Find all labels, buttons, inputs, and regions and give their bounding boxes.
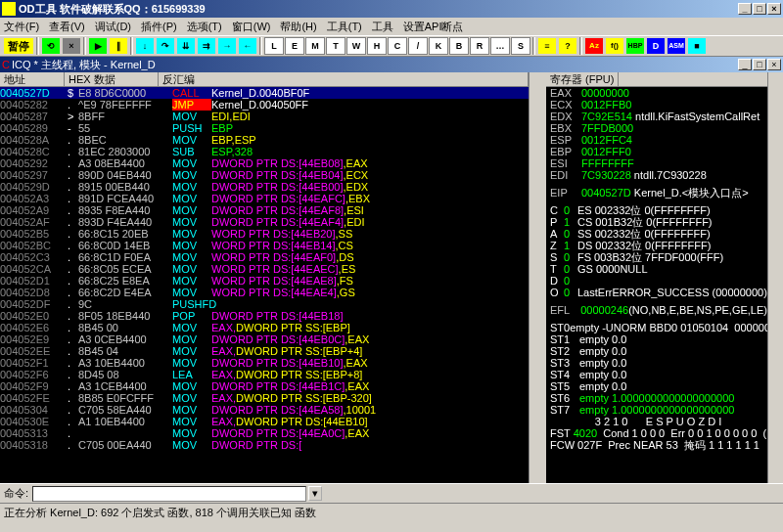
menu-help[interactable]: 帮助(H) (280, 20, 316, 34)
dots-button[interactable]: … (490, 37, 510, 55)
code-row[interactable]: 00405313 . MOVDWORD PTR DS:[44EA0C],EAX (0, 427, 529, 439)
maximize-button[interactable]: □ (753, 3, 766, 15)
d-button[interactable]: D (646, 37, 666, 55)
fpu-row[interactable]: ST2empty 0.0 (546, 345, 767, 357)
step-over-icon[interactable]: ↷ (156, 37, 175, 55)
menu-window[interactable]: 窗口(W) (232, 20, 271, 34)
code-row[interactable]: 004052BC . 66:8C0D 14EBMOVWORD PTR DS:[4… (0, 240, 529, 251)
restart-icon[interactable]: ⟲ (41, 37, 61, 55)
code-row[interactable]: 004052C3 . 66:8C1D F0EAMOVWORD PTR DS:[4… (0, 251, 529, 263)
menu-tools[interactable]: 工具(T) (327, 20, 362, 34)
mdi-close-button[interactable]: × (767, 59, 781, 70)
code-row[interactable]: 0040527D $ E8 8D6C0000CALLKernel_D.0040B… (0, 87, 529, 99)
code-row[interactable]: 004052E9 . A3 0CEB4400MOVDWORD PTR DS:[4… (0, 333, 529, 345)
menu-options[interactable]: 选项(T) (187, 20, 222, 34)
code-listing[interactable]: 0040527D $ E8 8D6C0000CALLKernel_D.0040B… (0, 87, 529, 451)
flag-row[interactable]: P1 CS 001B 32位 0(FFFFFFFF) (546, 216, 767, 228)
flag-row[interactable]: O0 LastErr ERROR_SUCCESS (00000000) (546, 287, 767, 298)
code-row[interactable]: 004052E0 . 8F05 18EB440POPDWORD PTR DS:[… (0, 310, 529, 322)
code-row[interactable]: 004052A9 . 8935 F8EA440MOVDWORD PTR DS:[… (0, 204, 529, 216)
code-row[interactable]: 004052EE . 8B45 04MOVEAX,DWORD PTR SS:[E… (0, 345, 529, 357)
s-button[interactable]: S (511, 37, 530, 55)
code-row[interactable]: 0040530E . A1 10EB4400MOVEAX,DWORD PTR D… (0, 416, 529, 427)
register-row[interactable]: ECX0012FFB0 (546, 99, 767, 111)
t-button[interactable]: T (326, 37, 345, 55)
code-row[interactable]: 0040529D . 8915 00EB440MOVDWORD PTR DS:[… (0, 181, 529, 193)
fx-button[interactable]: f() (605, 37, 624, 55)
scrollbar-v2[interactable] (767, 72, 783, 483)
pause-button[interactable]: 暂停 (3, 37, 34, 55)
code-row[interactable]: 00405297 . 890D 04EB440MOVDWORD PTR DS:[… (0, 169, 529, 181)
extra-button[interactable]: ■ (687, 37, 707, 55)
fpu-row[interactable]: ST7empty 1.0000000000000000000 (546, 404, 767, 416)
m-button[interactable]: M (305, 37, 325, 55)
code-row[interactable]: 004052E6 . 8B45 00MOVEAX,DWORD PTR SS:[E… (0, 322, 529, 333)
w-button[interactable]: W (346, 37, 366, 55)
flag-row[interactable]: D0 (546, 275, 767, 287)
register-row[interactable]: EAX00000000 (546, 87, 767, 99)
efl-row[interactable]: EFL00000246 (NO,NB,E,BE,NS,PE,GE,LE) (546, 304, 767, 316)
mdi-max-button[interactable]: □ (753, 59, 766, 70)
b-button[interactable]: B (449, 37, 469, 55)
code-row[interactable]: 004052A3 . 891D FCEA440MOVDWORD PTR DS:[… (0, 193, 529, 204)
r-button[interactable]: R (470, 37, 489, 55)
fpu-row[interactable]: ST5empty 0.0 (546, 380, 767, 392)
mdi-min-button[interactable]: _ (738, 59, 752, 70)
code-row[interactable]: 004052D1 . 66:8C25 E8EAMOVWORD PTR DS:[4… (0, 275, 529, 287)
h-button[interactable]: H (367, 37, 387, 55)
register-listing[interactable]: EAX00000000ECX0012FFB0EDX7C92E514 ntdll.… (546, 87, 767, 451)
asm-button[interactable]: ASM (667, 37, 686, 55)
code-row[interactable]: 0040528A . 8BECMOVEBP,ESP (0, 134, 529, 146)
menu-plugins[interactable]: 插件(P) (141, 20, 177, 34)
disasm-pane[interactable]: 地址 HEX 数据 反汇编 0040527D $ E8 8D6C0000CALL… (0, 72, 529, 483)
fpu-row[interactable]: ST6empty 1.0000000000000000000 (546, 392, 767, 404)
close-icon[interactable]: × (62, 37, 81, 55)
flag-row[interactable]: T0 GS 0000 NULL (546, 263, 767, 275)
code-row[interactable]: 004052D8 . 66:8C2D E4EAMOVWORD PTR DS:[4… (0, 287, 529, 298)
slash-button[interactable]: / (408, 37, 428, 55)
register-row[interactable]: ESIFFFFFFFF (546, 157, 767, 169)
flag-row[interactable]: S0 FS 003B 32位 7FFDF000(FFF) (546, 251, 767, 263)
fpu-row[interactable]: ST4empty 0.0 (546, 369, 767, 380)
pause-icon[interactable]: ‖ (109, 37, 128, 55)
code-row[interactable]: 00405282 . ^E9 78FEFFFFJMPKernel_D.00405… (0, 99, 529, 111)
code-row[interactable]: 0040528C . 81EC 2803000SUBESP,328 (0, 146, 529, 157)
code-row[interactable]: 004052CA . 66:8C05 ECEAMOVWORD PTR DS:[4… (0, 263, 529, 275)
code-row[interactable]: 00405318 . C705 00EA440MOVDWORD PTR DS:[ (0, 439, 529, 451)
menu-view[interactable]: 查看(V) (49, 20, 85, 34)
command-input[interactable] (32, 486, 306, 502)
code-row[interactable]: 004052F9 . A3 1CEB4400MOVDWORD PTR DS:[4… (0, 380, 529, 392)
l-button[interactable]: L (264, 37, 284, 55)
menu-file[interactable]: 文件(F) (4, 20, 39, 34)
menu-api-bp[interactable]: 设置API断点 (403, 20, 464, 34)
register-row[interactable]: EBP0012FFF0 (546, 146, 767, 157)
scrollbar-v[interactable] (529, 72, 544, 483)
menu-tools2[interactable]: 工具 (372, 20, 393, 34)
code-row[interactable]: 00405304 . C705 58EA440MOVDWORD PTR DS:[… (0, 404, 529, 416)
trace-over-icon[interactable]: ⇉ (197, 37, 216, 55)
trace-into-icon[interactable]: ⇊ (176, 37, 196, 55)
flag-row[interactable]: A0 SS 0023 32位 0(FFFFFFFF) (546, 228, 767, 240)
execute-till-icon[interactable]: → (217, 37, 237, 55)
register-row[interactable]: EBX7FFDB000 (546, 122, 767, 134)
return-icon[interactable]: ← (238, 37, 257, 55)
flag-row[interactable]: Z1 DS 0023 32位 0(FFFFFFFF) (546, 240, 767, 251)
menu-debug[interactable]: 调试(D) (95, 20, 131, 34)
code-row[interactable]: 004052F1 . A3 10EB4400MOVDWORD PTR DS:[4… (0, 357, 529, 369)
minimize-button[interactable]: _ (738, 3, 752, 15)
eip-row[interactable]: EIP0040527D Kernel_D.<模块入口点> (546, 187, 767, 199)
code-row[interactable]: 00405292 . A3 08EB4400MOVDWORD PTR DS:[4… (0, 157, 529, 169)
k-button[interactable]: K (429, 37, 448, 55)
close-button[interactable]: × (767, 3, 781, 15)
hbp-button[interactable]: HBP (625, 37, 645, 55)
command-dropdown[interactable]: ▾ (308, 486, 322, 501)
opt1-icon[interactable]: ≡ (537, 37, 557, 55)
code-row[interactable]: 00405289 - 55PUSHEBP (0, 122, 529, 134)
code-row[interactable]: 004052FE . 8B85 E0FCFFFMOVEAX,DWORD PTR … (0, 392, 529, 404)
code-row[interactable]: 004052B5 . 66:8C15 20EBMOVWORD PTR DS:[4… (0, 228, 529, 240)
c-button[interactable]: C (388, 37, 407, 55)
fpu-row[interactable]: ST0empty -UNORM BBD0 01050104 00000000 (546, 322, 767, 333)
e-button[interactable]: E (285, 37, 304, 55)
register-row[interactable]: EDX7C92E514 ntdll.KiFastSystemCallRet (546, 111, 767, 122)
registers-pane[interactable]: 寄存器 (FPU) EAX00000000ECX0012FFB0EDX7C92E… (544, 72, 767, 483)
